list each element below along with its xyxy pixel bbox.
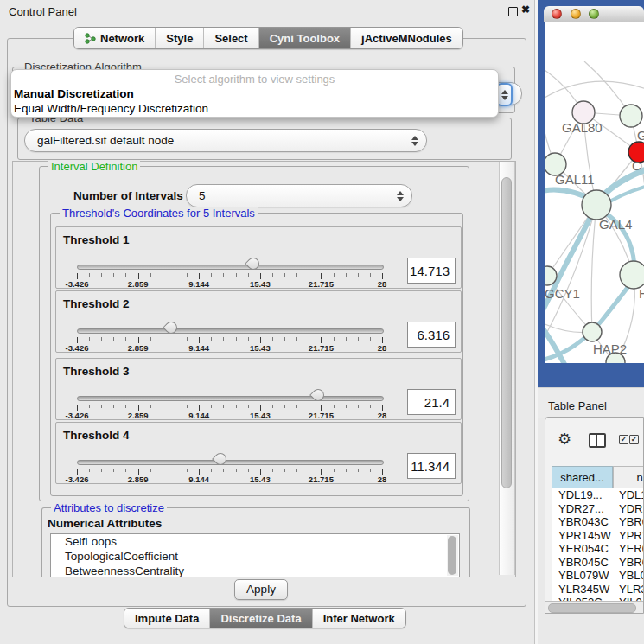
network-node-gal4[interactable] [582,190,611,220]
threshold-3-slider-track[interactable] [77,396,384,401]
gear-icon[interactable]: ⚙ [558,430,571,449]
close-icon[interactable]: ✖ [521,3,530,16]
network-window-titlebar[interactable] [544,6,644,22]
scale-label: 28 [358,475,406,484]
column-header-name[interactable]: n [613,466,644,488]
network-canvas[interactable]: GAL80GCGAL11GAL4GCY1HHAP2 [545,22,644,363]
threshold-1-slider-track[interactable] [77,265,384,270]
attribute-topologicalcoefficient[interactable]: TopologicalCoefficient [51,549,459,564]
slider-major-ticks [77,405,384,411]
column-header-shared-name[interactable]: shared... [552,466,613,488]
attribute-betweennesscentrality[interactable]: BetweennessCentrality [51,564,459,577]
cell-shared-name: YDL19... [552,488,613,502]
table-rows: YDL19...YDL1YDR27...YDR2YBR043CYBR0YPR14… [552,488,644,601]
number-of-intervals-label: Number of Intervals [73,189,183,202]
scale-label: 28 [358,411,406,420]
table-row[interactable]: YBL079WYBL0 [552,569,644,583]
network-edge[interactable] [545,81,644,98]
slider-major-ticks [77,273,384,279]
attribute-selfloops[interactable]: SelfLoops [51,534,459,549]
node-label-c: C [632,158,641,173]
popup-item-equal-width-frequency-discretization[interactable]: Equal Width/Frequency Discretization [11,101,498,116]
network-edge[interactable] [591,205,596,332]
table-row[interactable]: YBR045CYBR0 [552,556,644,570]
scale-label: 2.859 [114,475,163,484]
scale-label: 9.144 [175,343,223,353]
tab-impute-data[interactable]: Impute Data [124,609,209,628]
threshold-4-panel: Threshold 4-3.4262.8599.14415.4321.71528… [55,422,462,484]
attributes-scrollbar-thumb[interactable] [448,536,456,575]
threshold-1-value-field[interactable]: 14.713 [407,258,456,284]
node-label-gal4: GAL4 [599,217,632,232]
network-view-window: GAL80GCGAL11GAL4GCY1HHAP2 [538,0,644,387]
threshold-2-slider-track[interactable] [77,328,384,334]
attribute-items: SelfLoopsTopologicalCoefficientBetweenne… [51,534,459,577]
scale-label: 28 [358,279,406,289]
float-panel-icon[interactable] [508,7,518,16]
horizontal-scrollbar[interactable] [545,601,644,614]
scale-label: 21.715 [296,343,345,353]
cell-name: YBR0 [613,556,644,570]
tab-infer-network[interactable]: Infer Network [312,609,405,628]
threshold-2-label: Threshold 2 [63,297,130,310]
table-row[interactable]: YBR043CYBR0 [552,515,644,529]
threshold-4-value-field[interactable]: 11.344 [407,453,456,479]
screen: Control Panel ✖ NetworkStyleSelectCyni T… [0,0,644,644]
scale-label: 15.43 [236,411,284,420]
table-row[interactable]: YLR345WYLR3 [552,583,644,596]
network-node-hap2[interactable] [583,322,602,341]
split-view-icon[interactable] [589,433,606,448]
cell-name: YER0 [613,542,644,556]
network-node-g[interactable] [620,105,642,127]
tab-jactivemnodules[interactable]: jActiveMNodules [350,28,462,48]
tab-cyni-toolbox[interactable]: Cyni Toolbox [258,28,350,48]
checkbox-icon[interactable]: ✓ [619,435,628,444]
node-label-gcy1: GCY1 [545,286,580,301]
tab-discretize-data[interactable]: Discretize Data [209,609,311,628]
threshold-3-value-field[interactable]: 21.4 [407,389,456,415]
table-row[interactable]: YDL19...YDL1 [552,488,644,502]
table-toolbar: ⚙ ✓ ✓ [545,418,644,466]
table-row[interactable]: YDR27...YDR2 [552,502,644,516]
popup-item-manual-discretization[interactable]: Manual Discretization [11,86,498,101]
scale-label: -3.426 [53,475,101,484]
table-header-row: shared... n [552,466,644,488]
threshold-4-label: Threshold 4 [63,429,130,442]
tab-network[interactable]: Network [74,28,155,48]
node-label-gal80: GAL80 [562,120,603,135]
vertical-scrollbar-thumb[interactable] [501,177,512,488]
table-panel: ⚙ ✓ ✓ shared... n YDL19...YDL1YDR27...YD… [545,417,644,614]
apply-button[interactable]: Apply [234,579,288,600]
attributes-scrollbar[interactable] [447,535,458,576]
tab-style[interactable]: Style [155,28,203,48]
scale-label: 2.859 [114,279,163,289]
horizontal-scrollbar-thumb[interactable] [548,603,636,613]
table-data-combobox[interactable]: galFiltered.sif default node [24,129,427,152]
tab-select[interactable]: Select [203,28,258,48]
node-label-g: G [637,128,644,143]
number-of-intervals-value: 5 [199,189,206,202]
network-node-h[interactable] [620,261,644,289]
table-row[interactable]: YER054CYER0 [552,542,644,556]
table-row[interactable]: YPR145WYPR1 [552,529,644,543]
slider-major-ticks [77,337,384,343]
vertical-scrollbar[interactable] [499,162,515,575]
node-label-h: H [639,286,644,301]
attributes-group-title: Attributes to discretize [51,501,167,514]
threshold-2-value-field[interactable]: 6.316 [407,322,456,348]
number-of-intervals-combobox[interactable]: 5 [186,184,412,207]
cell-name: YDL1 [613,488,644,502]
table-data-value: galFiltered.sif default node [37,134,174,147]
cell-name: YLR3 [613,583,644,596]
numerical-attributes-list[interactable]: SelfLoopsTopologicalCoefficientBetweenne… [50,533,460,577]
zoom-traffic-light[interactable] [589,9,599,19]
scale-label: 2.859 [114,343,163,353]
cell-shared-name: YBR043C [552,515,613,529]
slider-scale-labels: -3.4262.8599.14415.4321.71528 [77,475,382,483]
close-traffic-light[interactable] [552,9,562,19]
checkbox-icon[interactable]: ✓ [629,435,639,444]
minimize-traffic-light[interactable] [571,9,581,19]
cell-name: YDR2 [613,502,644,516]
network-icon [85,33,96,44]
threshold-4-slider-track[interactable] [77,460,384,465]
